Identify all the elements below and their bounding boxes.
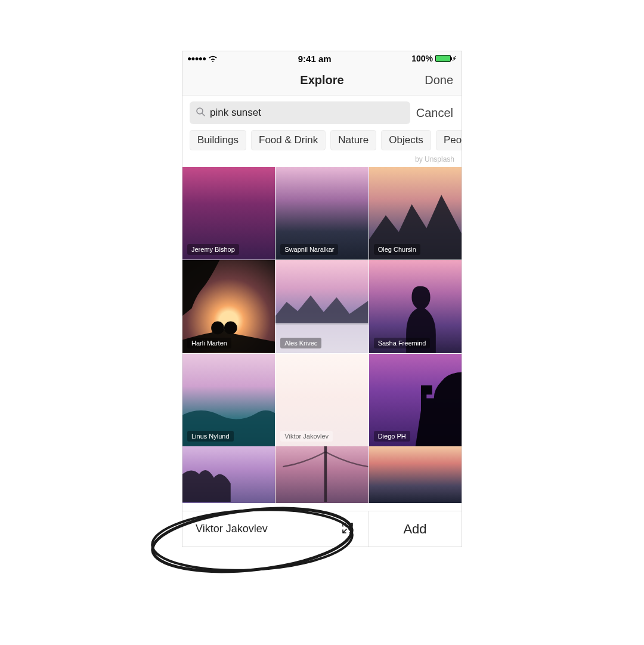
photo-tile[interactable]: Linus Nylund [182, 354, 275, 446]
chip-objects[interactable]: Objects [381, 130, 431, 150]
chip-people[interactable]: People [436, 130, 462, 150]
attribution-label: by Unsplash [182, 152, 462, 167]
svg-rect-5 [421, 385, 432, 394]
photo-tile[interactable] [182, 446, 275, 503]
photo-tile[interactable]: Oleg Chursin [369, 167, 462, 260]
photo-credit: Sasha Freemind [374, 338, 431, 348]
photo-tile[interactable] [369, 446, 462, 503]
photo-credit: Linus Nylund [187, 431, 234, 442]
photo-credit: Ales Krivec [280, 338, 321, 348]
search-box[interactable] [190, 101, 410, 124]
category-chips: Buildings Food & Drink Nature Objects Pe… [182, 129, 462, 152]
status-left: ●●●●● [187, 54, 218, 64]
battery-icon [435, 55, 451, 62]
photo-credit: Swapnil Naralkar [280, 244, 338, 255]
photo-tile[interactable]: Harli Marten [182, 260, 275, 353]
photo-tile[interactable]: Ales Krivec [275, 260, 368, 353]
cancel-button[interactable]: Cancel [416, 106, 454, 120]
photo-tile-selected[interactable]: Viktor Jakovlev [275, 354, 368, 446]
wifi-icon [208, 54, 218, 64]
chip-nature[interactable]: Nature [330, 130, 376, 150]
chip-food-drink[interactable]: Food & Drink [251, 130, 326, 150]
svg-point-3 [224, 322, 237, 335]
photo-credit: Jeremy Bishop [187, 244, 239, 255]
selected-preview[interactable]: Viktor Jakovlev [182, 511, 369, 547]
status-bar: ●●●●● 9:41 am 100% ⚡︎ [182, 51, 462, 66]
battery-percent: 100% [411, 54, 433, 63]
photo-tile[interactable]: Swapnil Naralkar [275, 167, 368, 260]
search-icon [196, 107, 205, 119]
status-time: 9:41 am [298, 54, 332, 64]
page-title: Explore [300, 73, 343, 87]
photo-tile[interactable]: Sasha Freemind [369, 260, 462, 353]
done-button[interactable]: Done [425, 73, 453, 87]
photo-tile[interactable]: Diego PH [369, 354, 462, 446]
nav-bar: Explore Done [182, 66, 462, 95]
signal-dots-icon: ●●●●● [187, 54, 206, 63]
photo-tile[interactable] [275, 446, 368, 503]
search-input[interactable] [210, 107, 404, 119]
photo-grid: Jeremy Bishop Swapnil Naralkar Oleg Chur… [182, 167, 462, 446]
svg-line-1 [202, 113, 205, 116]
svg-point-2 [211, 322, 224, 335]
search-row: Cancel [182, 95, 462, 129]
photo-tile[interactable]: Jeremy Bishop [182, 167, 275, 260]
expand-icon[interactable] [340, 521, 355, 538]
photo-credit: Oleg Chursin [374, 244, 420, 255]
photo-credit: Diego PH [374, 431, 410, 442]
chip-buildings[interactable]: Buildings [190, 130, 246, 150]
phone-frame: ●●●●● 9:41 am 100% ⚡︎ Explore Done Cance… [182, 51, 462, 547]
charging-icon: ⚡︎ [452, 55, 457, 63]
photo-grid-row4 [182, 446, 462, 503]
photo-credit: Viktor Jakovlev [280, 431, 333, 442]
add-button[interactable]: Add [369, 511, 462, 547]
selected-photo-name: Viktor Jakovlev [196, 523, 268, 535]
status-right: 100% ⚡︎ [411, 54, 457, 63]
bottom-bar: Viktor Jakovlev Add [182, 511, 462, 547]
photo-credit: Harli Marten [187, 338, 231, 348]
